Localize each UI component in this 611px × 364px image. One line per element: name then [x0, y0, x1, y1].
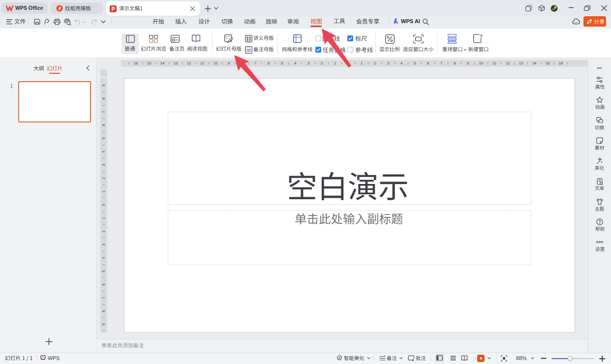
svg-text:15: 15 [147, 61, 151, 65]
svg-text:88%: 88% [516, 355, 527, 361]
svg-text:1: 1 [361, 61, 363, 65]
svg-text:14: 14 [160, 61, 164, 65]
svg-text:2: 2 [321, 61, 323, 65]
svg-text:4: 4 [400, 61, 402, 65]
svg-text:7: 7 [101, 111, 106, 113]
svg-text:1: 1 [101, 190, 106, 192]
svg-text:7: 7 [101, 297, 106, 299]
svg-text:13: 13 [174, 61, 178, 65]
svg-text:3: 3 [101, 164, 106, 166]
svg-text:5: 5 [414, 61, 416, 65]
svg-text:2: 2 [374, 61, 376, 65]
svg-text:3: 3 [101, 243, 106, 245]
svg-text:16: 16 [559, 61, 563, 65]
svg-text:8: 8 [454, 61, 456, 65]
svg-text:8: 8 [101, 97, 106, 99]
svg-text:6: 6 [101, 283, 106, 285]
svg-text:9: 9 [101, 323, 106, 325]
svg-text:WPS AI: WPS AI [401, 18, 420, 24]
svg-text:4: 4 [101, 257, 106, 259]
svg-text:2: 2 [101, 177, 106, 179]
svg-text:13: 13 [519, 61, 523, 65]
svg-text:5: 5 [101, 270, 106, 272]
svg-text:14: 14 [532, 61, 536, 65]
svg-text:3: 3 [307, 61, 309, 65]
svg-text:4: 4 [294, 61, 296, 65]
svg-text:9: 9 [467, 61, 469, 65]
svg-text:6: 6 [101, 124, 106, 126]
svg-text:0: 0 [101, 204, 106, 206]
svg-text:8: 8 [101, 310, 106, 312]
svg-text:5: 5 [101, 137, 106, 139]
svg-text:3: 3 [387, 61, 389, 65]
svg-text:15: 15 [546, 61, 550, 65]
svg-text:WPS Office: WPS Office [15, 5, 43, 11]
svg-text:4: 4 [101, 151, 106, 152]
svg-text:2: 2 [101, 230, 106, 232]
svg-text:9: 9 [228, 61, 230, 65]
svg-text:6: 6 [427, 61, 429, 65]
svg-text:7: 7 [254, 61, 256, 65]
svg-text:5: 5 [281, 61, 283, 65]
svg-text:10: 10 [214, 61, 217, 65]
svg-text:6: 6 [268, 61, 270, 65]
svg-text:WPS: WPS [48, 355, 60, 361]
svg-text:11: 11 [492, 61, 496, 65]
svg-text:16: 16 [134, 61, 138, 65]
svg-text:10: 10 [479, 61, 483, 65]
svg-text:11: 11 [200, 61, 204, 65]
svg-text:9: 9 [101, 84, 106, 86]
svg-text:1: 1 [101, 217, 106, 219]
svg-text:12: 12 [506, 61, 510, 65]
svg-text:1: 1 [334, 61, 336, 65]
svg-text:7: 7 [440, 61, 442, 65]
svg-text:1: 1 [10, 83, 13, 89]
svg-text:12: 12 [187, 61, 191, 65]
